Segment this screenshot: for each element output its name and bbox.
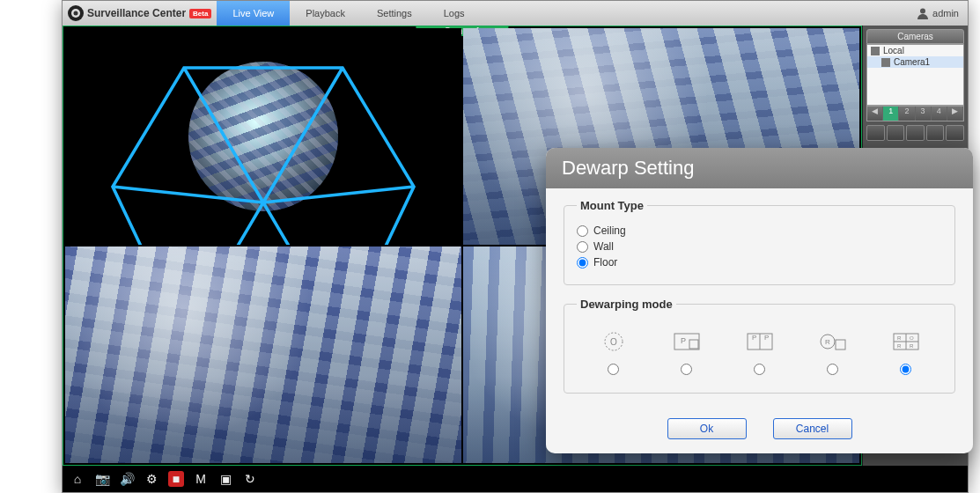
tree-camera-1[interactable]: Camera1: [867, 56, 963, 68]
pager-next[interactable]: ▶: [947, 107, 963, 121]
mount-floor-radio[interactable]: [577, 257, 588, 269]
mount-ceiling-radio[interactable]: [577, 225, 588, 237]
mode-rp[interactable]: R: [816, 328, 850, 375]
svg-rect-6: [689, 340, 698, 349]
mode-p[interactable]: P: [670, 328, 704, 375]
svg-text:P: P: [764, 334, 769, 342]
record-icon[interactable]: ■: [168, 471, 184, 487]
video-pane-3[interactable]: [65, 246, 461, 463]
mode-p-radio[interactable]: [681, 364, 692, 375]
mode-o-icon: O: [597, 328, 630, 355]
mount-ceiling-label: Ceiling: [593, 224, 626, 237]
mount-type-legend: Mount Type: [577, 199, 647, 212]
app-logo: Surveillance Center Beta: [63, 5, 217, 21]
svg-text:O: O: [610, 337, 617, 347]
mode-pp-icon: PP: [743, 328, 777, 355]
svg-text:R: R: [897, 335, 902, 341]
mode-o[interactable]: O: [597, 328, 630, 375]
fisheye-image: [188, 62, 338, 211]
tab-playback[interactable]: Playback: [290, 1, 361, 26]
svg-text:R: R: [910, 343, 914, 349]
pager: ◀ 1 2 3 4 ▶: [866, 106, 964, 121]
mode-o-radio[interactable]: [608, 364, 619, 375]
tab-live-view[interactable]: Live View: [217, 1, 290, 26]
mount-floor-row[interactable]: Floor: [577, 256, 942, 269]
layout-btn-5[interactable]: [946, 125, 964, 141]
mode-rp-radio[interactable]: [827, 364, 838, 375]
pager-3[interactable]: 3: [916, 107, 932, 121]
snapshot-icon[interactable]: 📷: [94, 471, 110, 487]
user-area[interactable]: admin: [908, 7, 968, 19]
cast-icon[interactable]: ▣: [217, 471, 233, 487]
app-title: Surveillance Center: [87, 7, 186, 19]
cameras-panel-header: Cameras: [866, 29, 964, 44]
svg-point-1: [74, 11, 78, 16]
mount-wall-label: Wall: [593, 240, 614, 253]
user-icon: [917, 7, 929, 19]
svg-text:P: P: [681, 336, 686, 345]
pager-1[interactable]: 1: [883, 107, 899, 121]
mode-p-icon: P: [670, 328, 704, 355]
dialog-title: Dewarp Setting: [546, 148, 973, 188]
beta-badge: Beta: [189, 9, 211, 18]
tab-settings[interactable]: Settings: [361, 1, 428, 26]
layout-buttons: [866, 125, 964, 141]
svg-rect-13: [836, 340, 845, 350]
tree-root[interactable]: Local: [867, 45, 963, 56]
mount-floor-label: Floor: [593, 256, 617, 269]
svg-rect-5: [674, 334, 699, 350]
ok-button[interactable]: Ok: [667, 418, 747, 439]
cancel-button[interactable]: Cancel: [773, 418, 852, 439]
mount-ceiling-row[interactable]: Ceiling: [577, 224, 942, 237]
camera-icon: [881, 58, 890, 67]
m-icon[interactable]: M: [193, 471, 209, 487]
mount-type-fieldset: Mount Type Ceiling Wall Floor: [564, 199, 955, 285]
tab-logs[interactable]: Logs: [428, 1, 481, 26]
layout-btn-3[interactable]: [906, 125, 925, 141]
pager-2[interactable]: 2: [899, 107, 915, 121]
refresh-icon[interactable]: ↻: [242, 471, 258, 487]
camera-logo-icon: [68, 5, 84, 21]
mode-pp-radio[interactable]: [754, 364, 765, 375]
mode-rorr-radio[interactable]: [900, 364, 911, 375]
svg-text:P: P: [752, 334, 756, 342]
svg-text:R: R: [825, 338, 830, 346]
layout-btn-4[interactable]: [926, 125, 945, 141]
video-pane-fisheye[interactable]: [65, 28, 461, 245]
folder-icon: [871, 47, 880, 55]
mode-rorr[interactable]: RORR: [889, 328, 923, 375]
bottom-toolbar: ⌂ 📷 🔊 ⚙ ■ M ▣ ↻ _: [63, 466, 968, 492]
dewarp-mode-fieldset: Dewarping mode O P PP: [564, 298, 955, 394]
audio-icon[interactable]: 🔊: [119, 471, 135, 487]
layout-btn-2[interactable]: [887, 125, 905, 141]
svg-point-2: [920, 9, 925, 14]
dewarp-dialog: Dewarp Setting Mount Type Ceiling Wall F…: [546, 148, 973, 453]
pager-prev[interactable]: ◀: [867, 107, 883, 121]
mode-rorr-icon: RORR: [889, 328, 923, 355]
user-name: admin: [932, 8, 959, 18]
home-icon[interactable]: ⌂: [70, 471, 85, 487]
layout-btn-1[interactable]: [866, 125, 885, 141]
mode-pp[interactable]: PP: [743, 328, 777, 375]
gear-icon[interactable]: ⚙: [144, 471, 159, 487]
tree-child-label: Camera1: [894, 57, 930, 67]
dialog-footer: Ok Cancel: [546, 413, 973, 453]
mode-rp-icon: R: [816, 328, 850, 355]
mount-wall-radio[interactable]: [577, 241, 588, 253]
titlebar: Surveillance Center Beta Live View Playb…: [63, 1, 968, 26]
dewarp-mode-legend: Dewarping mode: [577, 298, 676, 311]
tree-root-label: Local: [883, 46, 904, 55]
camera-tree[interactable]: Local Camera1: [866, 44, 964, 106]
pager-4[interactable]: 4: [932, 107, 947, 121]
mount-wall-row[interactable]: Wall: [577, 240, 942, 253]
svg-text:R: R: [897, 343, 902, 349]
svg-text:O: O: [910, 335, 914, 341]
